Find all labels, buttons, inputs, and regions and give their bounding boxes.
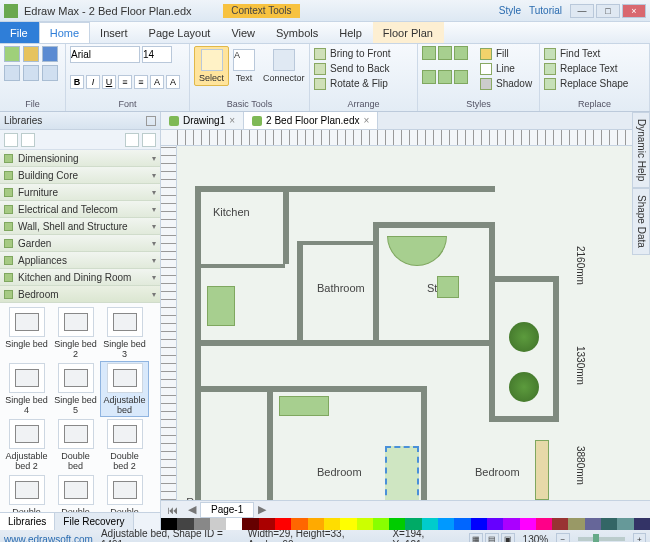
furniture-shape[interactable] (279, 396, 329, 416)
panel-dynamic-help[interactable]: Dynamic Help (632, 112, 650, 188)
undo-icon[interactable] (23, 65, 39, 81)
tab-insert[interactable]: Insert (90, 22, 139, 43)
bold-button[interactable]: B (70, 75, 84, 89)
page-tab-1[interactable]: Page-1 (200, 502, 254, 518)
connector-tool[interactable]: Connector (259, 46, 309, 86)
text-tool[interactable]: AText (229, 46, 259, 86)
label-kitchen: Kitchen (213, 206, 250, 218)
status-url[interactable]: www.edrawsoft.com (4, 534, 93, 543)
page-nav-first[interactable]: ⏮ (161, 504, 184, 516)
page-nav-next[interactable]: ▶ (254, 503, 270, 516)
libcat-dimensioning[interactable]: Dimensioning▾ (0, 150, 160, 167)
view-mode-3[interactable]: ▣ (501, 533, 515, 542)
replace-text[interactable]: Replace Text (544, 61, 645, 76)
shadow-button[interactable]: Shadow (480, 76, 532, 91)
libcat-garden[interactable]: Garden▾ (0, 235, 160, 252)
doctab-floorplan[interactable]: 2 Bed Floor Plan.edx× (244, 112, 378, 129)
zoom-in[interactable]: + (633, 533, 646, 542)
shape-double-bed[interactable]: Double bed (51, 417, 100, 473)
shape-single-bed-2[interactable]: Single bed 2 (51, 305, 100, 361)
style-swatches[interactable] (422, 46, 476, 91)
font-size-input[interactable] (142, 46, 172, 63)
italic-button[interactable]: I (86, 75, 100, 89)
wardrobe-shape[interactable] (535, 440, 549, 500)
shape-double-bed-2[interactable]: Double bed 2 (100, 417, 149, 473)
maximize-button[interactable]: □ (596, 4, 620, 18)
send-to-back[interactable]: Send to Back (314, 61, 413, 76)
libcat-appliances[interactable]: Appliances▾ (0, 252, 160, 269)
libcat-electrical-and-telecom[interactable]: Electrical and Telecom▾ (0, 201, 160, 218)
app-icon (4, 4, 18, 18)
close-icon[interactable]: × (363, 115, 369, 126)
zoom-out[interactable]: − (556, 533, 569, 542)
print-icon[interactable] (4, 65, 20, 81)
underline-button[interactable]: U (102, 75, 116, 89)
shape-single-bed[interactable]: Single bed (2, 305, 51, 361)
fill-button[interactable]: Fill (480, 46, 532, 61)
close-button[interactable]: × (622, 4, 646, 18)
font-color-button[interactable]: A (150, 75, 164, 89)
panel-shape-data[interactable]: Shape Data (632, 188, 650, 255)
shape-double-bed-3[interactable]: Double bed 3 (2, 473, 51, 512)
canvas[interactable]: Kitchen Bathroom Study Bedroom Bedroom g… (177, 146, 650, 500)
libtab-libraries[interactable]: Libraries (0, 513, 55, 530)
tab-symbols[interactable]: Symbols (266, 22, 329, 43)
lib-home-icon[interactable] (4, 133, 18, 147)
shape-adjustable-bed[interactable]: Adjustable bed (100, 361, 149, 417)
shape-double-bed-5[interactable]: Double bed 5 (100, 473, 149, 512)
align-left-button[interactable]: ≡ (118, 75, 132, 89)
style-menu[interactable]: Style (499, 5, 521, 16)
redo-icon[interactable] (42, 65, 58, 81)
tab-file[interactable]: File (0, 22, 39, 43)
tutorial-menu[interactable]: Tutorial (529, 5, 562, 16)
chair-shape[interactable] (437, 276, 459, 298)
shape-adjustable-bed-2[interactable]: Adjustable bed 2 (2, 417, 51, 473)
selected-bed-shape[interactable] (385, 446, 419, 500)
find-text[interactable]: Find Text (544, 46, 645, 61)
align-center-button[interactable]: ≡ (134, 75, 148, 89)
tab-help[interactable]: Help (329, 22, 373, 43)
zoom-slider[interactable] (578, 537, 625, 541)
lib-search-icon[interactable] (21, 133, 35, 147)
sofa-shape[interactable] (387, 236, 447, 266)
font-name-input[interactable] (70, 46, 140, 63)
color-bar[interactable] (161, 518, 650, 530)
view-mode-2[interactable]: ▤ (485, 533, 499, 542)
plant-shape[interactable] (509, 322, 539, 352)
replace-shape[interactable]: Replace Shape (544, 76, 645, 91)
select-tool[interactable]: Select (194, 46, 229, 86)
libcat-bedroom[interactable]: Bedroom▾ (0, 286, 160, 303)
status-selection: Adjustable bed, Shape ID = 1491 (101, 528, 240, 542)
libcat-wall-shell-and-structure[interactable]: Wall, Shell and Structure▾ (0, 218, 160, 235)
bring-to-front[interactable]: Bring to Front (314, 46, 413, 61)
tab-floor-plan[interactable]: Floor Plan (373, 22, 444, 43)
plant-shape[interactable] (509, 372, 539, 402)
libcat-kitchen-and-dining-room[interactable]: Kitchen and Dining Room▾ (0, 269, 160, 286)
save-icon[interactable] (42, 46, 58, 62)
shape-double-bed-4[interactable]: Double bed 4 (51, 473, 100, 512)
highlight-button[interactable]: A (166, 75, 180, 89)
context-tools-label: Context Tools (223, 4, 299, 18)
pin-icon[interactable] (146, 116, 156, 126)
minimize-button[interactable]: — (570, 4, 594, 18)
page-nav-prev[interactable]: ◀ (184, 503, 200, 516)
tab-page-layout[interactable]: Page Layout (139, 22, 222, 43)
lib-palette-icon[interactable] (125, 133, 139, 147)
table-shape[interactable] (207, 286, 235, 326)
tab-home[interactable]: Home (39, 22, 90, 43)
libcat-building-core[interactable]: Building Core▾ (0, 167, 160, 184)
shape-single-bed-5[interactable]: Single bed 5 (51, 361, 100, 417)
line-button[interactable]: Line (480, 61, 532, 76)
view-mode-1[interactable]: ▦ (469, 533, 483, 542)
lib-menu-icon[interactable] (142, 133, 156, 147)
open-icon[interactable] (23, 46, 39, 62)
tab-view[interactable]: View (221, 22, 266, 43)
doctab-drawing1[interactable]: Drawing1× (161, 112, 244, 129)
rotate-flip[interactable]: Rotate & Flip (314, 76, 413, 91)
group-replace-label: Replace (544, 99, 645, 109)
shape-single-bed-4[interactable]: Single bed 4 (2, 361, 51, 417)
shape-single-bed-3[interactable]: Single bed 3 (100, 305, 149, 361)
libcat-furniture[interactable]: Furniture▾ (0, 184, 160, 201)
close-icon[interactable]: × (229, 115, 235, 126)
new-icon[interactable] (4, 46, 20, 62)
